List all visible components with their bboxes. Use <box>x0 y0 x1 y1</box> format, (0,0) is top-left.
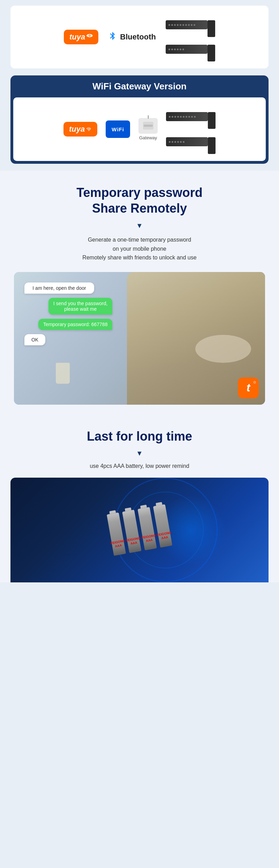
battery-description: use 4pcs AAA battery, low power remind <box>10 463 269 469</box>
tuya-logo-bluetooth: tuya <box>64 30 98 44</box>
bluetooth-label: Bluetooth <box>108 31 156 43</box>
battery-title: Last for long time <box>10 429 269 444</box>
gateway-device: Gateway <box>138 118 158 140</box>
temp-password-section: Temporary password Share Remotely ▼ Gene… <box>0 171 279 415</box>
temp-desc-line2: on your mobile phone <box>113 246 166 252</box>
chat-msg-3: Temporary password: 667788 <box>38 319 112 330</box>
temp-desc-line1: Generate a one-time temporary password <box>88 237 191 243</box>
wifi-gateway-outer: WiFi Gateway Version tuya WiFi <box>0 68 279 171</box>
temp-title: Temporary password Share Remotely <box>10 185 269 216</box>
temp-title-line1: Temporary password <box>76 185 202 200</box>
bluetooth-section: tuya Bluetooth <box>10 6 269 68</box>
tuya-t-icon: t <box>247 381 250 394</box>
battery-label-3: FEIGONGAAA <box>141 534 157 543</box>
wifi-badge-text: WiFi <box>112 126 124 132</box>
door-lock-wifi <box>166 104 216 154</box>
chat-bubbles-overlay: I am here, open the door I send you the … <box>24 282 112 345</box>
svg-rect-1 <box>144 125 153 127</box>
wifi-section-title: WiFi Gateway Version <box>92 81 187 91</box>
wifi-gateway-section: WiFi Gateway Version tuya WiFi <box>10 75 269 164</box>
tuya-logo-wifi: tuya <box>63 122 97 137</box>
battery-arrow: ▼ <box>10 449 269 457</box>
chat-msg-4: OK <box>24 334 45 345</box>
tuya-brand-text: tuya <box>69 32 85 42</box>
battery-section: Last for long time ▼ use 4pcs AAA batter… <box>0 415 279 582</box>
battery-label-1: FEIGONGAAA <box>110 539 126 549</box>
bluetooth-icon <box>108 31 117 43</box>
chat-photo-bg: I am here, open the door I send you the … <box>14 272 265 405</box>
tuya-signal-icon <box>86 126 92 132</box>
wifi-badge: WiFi <box>106 120 130 138</box>
battery-photo: FEIGONGAAA FEIGONGAAA FEIGONGAAA FEIGONG… <box>10 478 269 582</box>
tuya-app-badge: t ⊙ <box>238 377 259 398</box>
chat-msg-2: I send you the password,please wait me <box>48 298 113 315</box>
chat-demo-image: I am here, open the door I send you the … <box>14 272 265 405</box>
temp-desc-line3: Remotely share with friends to unlock an… <box>82 255 196 260</box>
battery-label-4: FEIGONGAAA <box>157 531 172 541</box>
wifi-content: tuya WiFi Gateway <box>13 97 266 161</box>
bluetooth-wrapper: tuya Bluetooth <box>0 0 279 68</box>
tuya-brand-wifi: tuya <box>69 125 85 134</box>
temp-arrow: ▼ <box>10 222 269 230</box>
battery-label-2: FEIGONGAAA <box>126 536 142 546</box>
door-lock-bluetooth <box>166 13 215 61</box>
gateway-label: Gateway <box>139 135 157 140</box>
chat-msg-1: I am here, open the door <box>24 282 94 294</box>
temp-title-line2: Share Remotely <box>92 201 187 215</box>
tuya-wifi-symbol <box>86 34 93 41</box>
gateway-box-img <box>138 118 158 134</box>
wifi-title-bar: WiFi Gateway Version <box>10 75 269 97</box>
bluetooth-text: Bluetooth <box>120 32 156 42</box>
temp-description: Generate a one-time temporary password o… <box>10 235 269 262</box>
